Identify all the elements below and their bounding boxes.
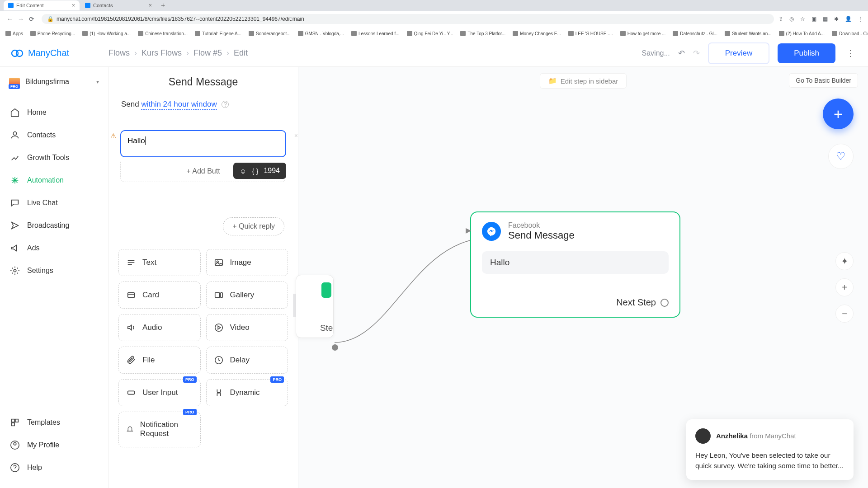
bookmark[interactable]: Qing Fei De Yi - Y...	[407, 31, 453, 36]
breadcrumb-item[interactable]: Flows	[108, 48, 130, 58]
canvas-tools: ✦ + −	[835, 252, 854, 323]
sidebar-item-ads[interactable]: Ads	[0, 237, 108, 259]
breadcrumb-item[interactable]: Flow #5	[193, 48, 222, 58]
pro-badge: PRO	[9, 84, 20, 89]
block-option-notification-request[interactable]: PRO Notification Request	[118, 412, 201, 447]
flow-canvas[interactable]: 📁 Edit step in sidebar Go To Basic Build…	[298, 67, 868, 488]
info-icon[interactable]: ?	[222, 101, 229, 108]
extension-icon[interactable]: ◎	[789, 16, 794, 22]
back-button[interactable]: ←	[5, 15, 15, 23]
publish-button[interactable]: Publish	[778, 43, 835, 63]
sidebar-item-templates[interactable]: Templates	[0, 411, 108, 434]
add-quick-reply-button[interactable]: + Quick reply	[223, 217, 284, 235]
reload-button[interactable]: ⟳	[26, 15, 37, 23]
bookmark[interactable]: GMSN - Vologda,...	[298, 31, 344, 36]
bookmark[interactable]: Chinese translation...	[138, 31, 188, 36]
star-icon[interactable]: ☆	[800, 16, 805, 22]
extension-icon[interactable]: ▦	[823, 16, 828, 22]
bookmark[interactable]: Phone Recycling...	[30, 31, 75, 36]
page-icon	[82, 31, 88, 36]
address-bar[interactable]: 🔒 manychat.com/fb198150208192061/8/cms/f…	[42, 14, 774, 24]
node-output-port[interactable]	[660, 299, 669, 307]
bookmark[interactable]: LEE 'S HOUSE -...	[568, 31, 613, 36]
breadcrumb-item[interactable]: Kurs Flows	[142, 48, 182, 58]
bookmark[interactable]: Lessons Learned f...	[351, 31, 400, 36]
flow-node-send-message[interactable]: ▶ Facebook Send Message Hallo Next Step	[470, 211, 680, 318]
clock-icon	[214, 355, 224, 365]
preview-button[interactable]: Preview	[708, 42, 769, 64]
bookmark[interactable]: How to get more ...	[620, 31, 665, 36]
menu-button[interactable]: ⋮	[858, 16, 863, 22]
node-output-port[interactable]	[332, 344, 338, 351]
sidebar-item-settings[interactable]: Settings	[0, 259, 108, 282]
chat-message: Hey Leon, You've been selected to take o…	[695, 450, 844, 471]
sidebar-item-live-chat[interactable]: Live Chat	[0, 192, 108, 214]
add-step-fab[interactable]: +	[823, 99, 854, 129]
send-window-link[interactable]: within 24 hour window	[141, 100, 217, 110]
close-icon[interactable]: ×	[149, 2, 152, 9]
bookmark[interactable]: (2) How To Add A...	[779, 31, 825, 36]
browser-tab[interactable]: Edit Content ×	[4, 0, 80, 10]
browser-tab[interactable]: Contacts ×	[80, 0, 156, 10]
bookmark[interactable]: Student Wants an...	[725, 31, 771, 36]
extension-icon[interactable]: ▣	[811, 16, 816, 22]
zoom-in-button[interactable]: +	[835, 278, 854, 296]
new-tab-button[interactable]: +	[157, 1, 169, 9]
variable-button[interactable]: { }	[252, 167, 258, 175]
support-chat-card[interactable]: Anzhelika from ManyChat Hey Leon, You've…	[686, 419, 854, 480]
auto-arrange-button[interactable]: ✦	[835, 252, 854, 270]
node-message-preview: Hallo	[482, 251, 669, 274]
warning-icon: ⚠	[110, 132, 116, 140]
bookmark[interactable]: (1) How Working a...	[82, 31, 131, 36]
go-basic-builder-button[interactable]: Go To Basic Builder	[789, 73, 858, 88]
url-text: manychat.com/fb198150208192061/8/cms/fil…	[57, 16, 304, 22]
block-option-user-input[interactable]: PRO User Input	[118, 379, 201, 406]
message-text-input[interactable]: Hallo ☺ { } 1994	[120, 130, 286, 157]
text-icon	[126, 258, 136, 267]
remove-block-button[interactable]: ×	[294, 132, 298, 139]
emoji-button[interactable]: ☺	[240, 167, 246, 175]
close-icon[interactable]: ×	[72, 2, 75, 9]
sidebar-item-growth-tools[interactable]: Growth Tools	[0, 146, 108, 169]
sidebar-item-my-profile[interactable]: My Profile	[0, 434, 108, 456]
block-option-delay[interactable]: Delay	[206, 347, 288, 374]
text-value: Hallo	[127, 136, 145, 145]
account-switcher[interactable]: PRO Bildungsfirma ▾	[6, 75, 102, 89]
redo-button[interactable]: ↷	[693, 48, 700, 58]
brand-logo[interactable]: ManyChat	[11, 47, 108, 60]
block-option-gallery[interactable]: Gallery	[206, 282, 288, 309]
bookmark[interactable]: Money Changes E...	[513, 31, 561, 36]
more-menu-button[interactable]: ⋮	[844, 48, 857, 58]
block-option-file[interactable]: File	[118, 347, 201, 374]
block-option-video[interactable]: Video	[206, 314, 288, 341]
block-option-card[interactable]: Card	[118, 282, 201, 309]
sidebar-item-contacts[interactable]: Contacts	[0, 124, 108, 146]
sidebar-item-automation[interactable]: Automation	[0, 169, 108, 192]
flow-node-trigger[interactable]: Step	[296, 275, 334, 338]
bookmark[interactable]: Datenschutz - Gl...	[673, 31, 717, 36]
sidebar-item-help[interactable]: Help	[0, 456, 108, 479]
bookmark[interactable]: Download - Cloud...	[832, 31, 868, 36]
extensions-button[interactable]: ✱	[834, 16, 839, 22]
sidebar-item-home[interactable]: Home	[0, 101, 108, 124]
forward-button[interactable]: →	[15, 15, 26, 23]
favorite-fab[interactable]: ♡	[828, 144, 854, 169]
undo-button[interactable]: ↶	[678, 48, 685, 58]
sidebar-item-label: Live Chat	[27, 199, 58, 207]
bookmark[interactable]: Tutorial: Eigene A...	[195, 31, 241, 36]
translate-icon[interactable]: ⇪	[778, 16, 783, 22]
block-option-audio[interactable]: Audio	[118, 314, 201, 341]
bookmark[interactable]: Sonderangebot...	[249, 31, 291, 36]
avatar-icon[interactable]: 👤	[845, 16, 852, 22]
block-option-dynamic[interactable]: PRO Dynamic	[206, 379, 288, 406]
zoom-out-button[interactable]: −	[835, 305, 854, 323]
home-icon	[10, 108, 20, 117]
sidebar-item-label: My Profile	[27, 441, 59, 449]
block-option-image[interactable]: Image	[206, 249, 288, 276]
breadcrumb-item[interactable]: Edit	[234, 48, 248, 58]
sidebar-item-broadcasting[interactable]: Broadcasting	[0, 214, 108, 237]
block-option-text[interactable]: Text	[118, 249, 201, 276]
edit-in-sidebar-pill[interactable]: 📁 Edit step in sidebar	[540, 73, 627, 89]
bookmark[interactable]: The Top 3 Platfor...	[460, 31, 505, 36]
bookmark[interactable]: Apps	[5, 31, 23, 36]
